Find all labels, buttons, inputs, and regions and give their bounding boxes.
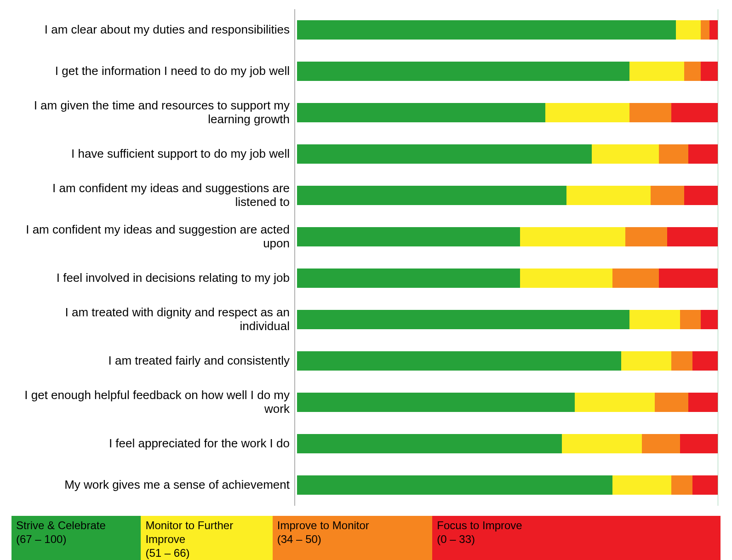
bar-seg-focus bbox=[692, 475, 718, 495]
bar-seg-focus bbox=[684, 186, 718, 205]
bar-seg-improve bbox=[655, 393, 688, 412]
bar-seg-monitor bbox=[566, 186, 651, 205]
bar-seg-improve bbox=[684, 62, 701, 81]
bar-seg-focus bbox=[688, 393, 718, 412]
bar-seg-monitor bbox=[629, 310, 680, 329]
category-label: I am confident my ideas and suggestion a… bbox=[23, 216, 294, 257]
bar-seg-strive bbox=[297, 20, 676, 40]
category-label: My work gives me a sense of achievement bbox=[23, 464, 294, 506]
bar-row bbox=[297, 257, 718, 299]
category-label: I feel involved in decisions relating to… bbox=[23, 257, 294, 299]
bar-row bbox=[297, 382, 718, 423]
category-label: I get enough helpful feedback on how wel… bbox=[23, 382, 294, 423]
category-label: I am treated fairly and consistently bbox=[23, 340, 294, 382]
category-label: I am treated with dignity and respect as… bbox=[23, 299, 294, 340]
chart-area: I am clear about my duties and responsib… bbox=[23, 9, 718, 506]
bar-seg-strive bbox=[297, 310, 629, 329]
bars-column bbox=[294, 9, 718, 506]
bar-seg-improve bbox=[625, 227, 668, 246]
category-label: I am confident my ideas and suggestions … bbox=[23, 175, 294, 216]
bar-row bbox=[297, 299, 718, 340]
bar-seg-improve bbox=[629, 103, 672, 122]
legend-range: (67 – 100) bbox=[16, 532, 137, 546]
bar-row bbox=[297, 340, 718, 382]
bar-row bbox=[297, 175, 718, 216]
legend-item-strive: Strive & Celebrate (67 – 100) bbox=[11, 516, 141, 560]
bar-row bbox=[297, 464, 718, 506]
legend-item-focus: Focus to Improve (0 – 33) bbox=[432, 516, 721, 560]
bar-seg-focus bbox=[692, 351, 718, 371]
bar-seg-monitor bbox=[612, 475, 671, 495]
category-label: I feel appreciated for the work I do bbox=[23, 423, 294, 464]
bar-seg-strive bbox=[297, 227, 520, 246]
bar-seg-improve bbox=[612, 269, 659, 288]
bar-seg-improve bbox=[671, 475, 692, 495]
y-axis-labels: I am clear about my duties and responsib… bbox=[23, 9, 294, 506]
bar-seg-strive bbox=[297, 475, 612, 495]
bar-row bbox=[297, 92, 718, 133]
bar-seg-strive bbox=[297, 269, 520, 288]
bar-seg-focus bbox=[659, 269, 718, 288]
bar-seg-improve bbox=[651, 186, 684, 205]
category-label: I have sufficient support to do my job w… bbox=[23, 133, 294, 175]
bar-seg-focus bbox=[680, 434, 718, 453]
legend-title: Improve to Monitor bbox=[277, 519, 429, 532]
bar-seg-strive bbox=[297, 434, 562, 453]
bar-seg-monitor bbox=[520, 227, 625, 246]
bar-seg-monitor bbox=[562, 434, 642, 453]
bar-seg-monitor bbox=[629, 62, 684, 81]
legend: Strive & Celebrate (67 – 100) Monitor to… bbox=[11, 516, 721, 560]
bar-seg-monitor bbox=[621, 351, 672, 371]
bar-seg-strive bbox=[297, 351, 621, 371]
bar-seg-improve bbox=[642, 434, 680, 453]
bar-seg-improve bbox=[701, 20, 709, 40]
bar-seg-focus bbox=[671, 103, 718, 122]
bar-row bbox=[297, 216, 718, 257]
bar-seg-focus bbox=[688, 144, 718, 164]
bar-seg-focus bbox=[709, 20, 718, 40]
bar-seg-strive bbox=[297, 144, 592, 164]
legend-title: Focus to Improve bbox=[437, 519, 717, 532]
legend-title: Monitor to Further Improve bbox=[145, 519, 269, 546]
bar-seg-strive bbox=[297, 186, 566, 205]
bar-row bbox=[297, 9, 718, 51]
bar-seg-focus bbox=[701, 310, 718, 329]
legend-item-monitor: Monitor to Further Improve (51 – 66) bbox=[141, 516, 272, 560]
legend-range: (51 – 66) bbox=[145, 546, 269, 560]
legend-title: Strive & Celebrate bbox=[16, 519, 137, 532]
legend-item-improve: Improve to Monitor (34 – 50) bbox=[273, 516, 433, 560]
bar-seg-monitor bbox=[575, 393, 655, 412]
legend-range: (34 – 50) bbox=[277, 532, 429, 546]
chart-page: I am clear about my duties and responsib… bbox=[0, 0, 732, 560]
bar-seg-strive bbox=[297, 103, 545, 122]
bar-seg-improve bbox=[659, 144, 688, 164]
bar-row bbox=[297, 133, 718, 175]
category-label: I am clear about my duties and responsib… bbox=[23, 9, 294, 51]
bar-seg-improve bbox=[680, 310, 701, 329]
bar-seg-focus bbox=[701, 62, 718, 81]
category-label: I am given the time and resources to sup… bbox=[23, 92, 294, 133]
bar-seg-focus bbox=[667, 227, 718, 246]
bar-seg-monitor bbox=[545, 103, 629, 122]
bar-seg-strive bbox=[297, 393, 575, 412]
bar-seg-strive bbox=[297, 62, 629, 81]
legend-range: (0 – 33) bbox=[437, 532, 717, 546]
bar-seg-improve bbox=[671, 351, 692, 371]
bar-row bbox=[297, 51, 718, 92]
bar-seg-monitor bbox=[676, 20, 701, 40]
category-label: I get the information I need to do my jo… bbox=[23, 51, 294, 92]
bar-seg-monitor bbox=[520, 269, 612, 288]
bar-seg-monitor bbox=[592, 144, 659, 164]
bar-row bbox=[297, 423, 718, 464]
